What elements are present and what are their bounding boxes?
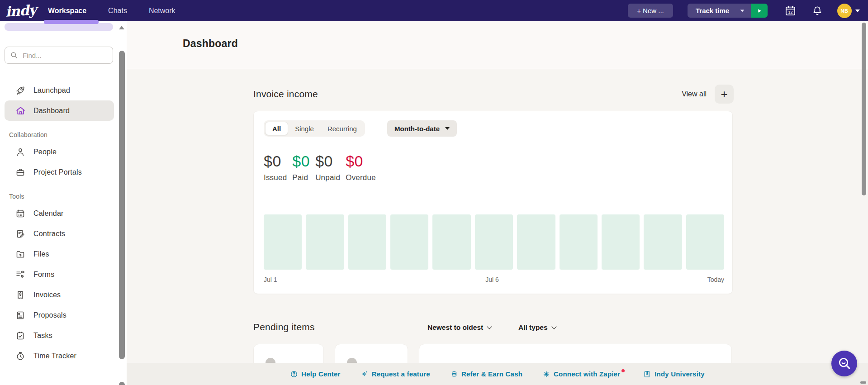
invoice-bar-chart xyxy=(264,214,724,270)
search-input[interactable] xyxy=(23,52,104,59)
type-filter-dropdown[interactable]: All types xyxy=(518,323,556,332)
invoice-tab-single[interactable]: Single xyxy=(288,122,321,135)
view-all-link[interactable]: View all xyxy=(682,90,707,98)
proposal-icon xyxy=(14,309,26,321)
period-selector[interactable]: Month-to-date xyxy=(387,120,457,137)
sort-dropdown[interactable]: Newest to oldest xyxy=(427,323,491,332)
sidebar-item-calendar[interactable]: Calendar xyxy=(5,203,114,223)
footer: Help CenterRequest a featureRefer & Earn… xyxy=(127,363,868,385)
stat-unpaid: $0 Unpaid xyxy=(315,153,340,182)
track-time-button[interactable]: Track time xyxy=(688,4,751,18)
invoice-stats: $0 Issued $0 Paid $0 Unpaid $0 Overdue xyxy=(264,153,376,182)
pending-items-header: Pending items Newest to oldest All types xyxy=(253,321,733,335)
sidebar-item-launchpad[interactable]: Launchpad xyxy=(5,80,114,100)
chevron-down-icon xyxy=(487,324,492,329)
invoice-icon xyxy=(14,289,26,301)
sidebar-item-tasks[interactable]: Tasks xyxy=(5,325,114,346)
nav-tab-chats[interactable]: Chats xyxy=(108,7,127,15)
home-icon xyxy=(14,105,26,117)
stat-value: $0 xyxy=(315,153,340,169)
footer-link-indy-university[interactable]: Indy University xyxy=(643,370,705,378)
sidebar-item-proposals[interactable]: Proposals xyxy=(5,305,114,325)
sidebar-item-label: Invoices xyxy=(33,291,61,299)
sidebar-scrollbar[interactable] xyxy=(119,21,125,385)
sparkle-icon xyxy=(360,370,369,378)
chart-bar xyxy=(432,214,470,270)
main-scrollbar-thumb[interactable] xyxy=(862,23,866,195)
track-time-label: Track time xyxy=(696,7,729,14)
page-header: Dashboard xyxy=(127,21,868,69)
sidebar: LaunchpadDashboardCollaborationPeoplePro… xyxy=(0,21,127,385)
forms-icon xyxy=(14,269,26,280)
x-label-end: Today xyxy=(707,276,724,283)
sidebar-item-label: People xyxy=(33,148,57,156)
nav-tab-network[interactable]: Network xyxy=(149,7,175,15)
calendar-icon xyxy=(14,208,26,219)
nav-tab-workspace[interactable]: Workspace xyxy=(48,7,86,15)
x-label-start: Jul 1 xyxy=(264,276,277,283)
chart-bar xyxy=(475,214,513,270)
stat-issued: $0 Issued xyxy=(264,153,287,182)
footer-link-refer-earn-cash[interactable]: Refer & Earn Cash xyxy=(450,370,522,378)
stat-label: Overdue xyxy=(346,173,376,182)
sidebar-item-people[interactable]: People xyxy=(5,142,114,162)
sidebar-search[interactable] xyxy=(5,47,113,64)
stat-overdue: $0 Overdue xyxy=(346,153,376,182)
chevron-down-icon xyxy=(445,127,450,130)
new-button[interactable]: + New ... xyxy=(628,4,673,18)
book-icon xyxy=(643,370,651,378)
stat-value: $0 xyxy=(264,153,287,169)
notifications-button[interactable] xyxy=(811,5,824,17)
sidebar-item-label: Dashboard xyxy=(33,107,70,115)
sidebar-item-dashboard[interactable]: Dashboard xyxy=(5,100,114,121)
tasks-icon xyxy=(14,330,26,342)
sidebar-scrollbar-thumb[interactable] xyxy=(119,51,125,359)
sort-label: Newest to oldest xyxy=(427,323,483,332)
invoice-income-card: AllSingleRecurring Month-to-date $0 Issu… xyxy=(253,111,733,294)
calendar-nav-icon: 12 xyxy=(784,5,797,17)
active-tab-indicator xyxy=(44,20,99,24)
stat-label: Paid xyxy=(292,173,310,182)
calendar-nav-button[interactable]: 12 xyxy=(784,5,797,17)
chart-x-labels: Jul 1 Jul 6 Today xyxy=(264,276,724,283)
avatar[interactable]: NB xyxy=(837,4,852,18)
play-button[interactable] xyxy=(751,4,768,18)
sidebar-nav: LaunchpadDashboardCollaborationPeoplePro… xyxy=(0,80,117,366)
invoice-tab-all[interactable]: All xyxy=(265,122,288,135)
sidebar-item-files[interactable]: Files xyxy=(5,244,114,264)
sidebar-item-label: Contracts xyxy=(33,230,65,238)
play-icon xyxy=(756,7,763,14)
invoice-type-tabs: AllSingleRecurring xyxy=(264,120,365,137)
sidebar-item-time-tracker[interactable]: Time Tracker xyxy=(5,346,114,366)
stat-paid: $0 Paid xyxy=(292,153,310,182)
main-content: Dashboard Invoice income View all + AllS… xyxy=(127,21,868,385)
sidebar-item-label: Project Portals xyxy=(33,168,82,176)
sidebar-scrollbar-foot xyxy=(119,382,125,385)
footer-link-connect-with-zapier[interactable]: Connect with Zapier xyxy=(542,370,623,378)
search-fab[interactable] xyxy=(831,351,857,376)
chevron-down-icon xyxy=(551,324,556,329)
chart-bar xyxy=(390,214,428,270)
sidebar-item-forms[interactable]: Forms xyxy=(5,264,114,285)
invoice-tab-recurring[interactable]: Recurring xyxy=(321,122,364,135)
top-navbar: indy WorkspaceChatsNetwork + New ... Tra… xyxy=(0,0,868,21)
indy-logo[interactable]: indy xyxy=(5,1,40,19)
footer-link-request-a-feature[interactable]: Request a feature xyxy=(360,370,430,378)
sidebar-item-contracts[interactable]: Contracts xyxy=(5,223,114,244)
sidebar-item-label: Forms xyxy=(33,271,54,279)
stat-value: $0 xyxy=(346,153,376,169)
sidebar-section-collaboration: Collaboration xyxy=(0,128,117,142)
stat-label: Issued xyxy=(264,173,287,182)
footer-link-help-center[interactable]: Help Center xyxy=(290,370,340,378)
invoice-income-header: Invoice income View all + xyxy=(253,84,734,104)
scrollbar-up-arrow-icon[interactable] xyxy=(119,26,124,29)
sidebar-item-invoices[interactable]: Invoices xyxy=(5,285,114,305)
sidebar-item-project-portals[interactable]: Project Portals xyxy=(5,162,114,182)
sidebar-item-label: Files xyxy=(33,250,49,258)
add-invoice-button[interactable]: + xyxy=(715,85,734,104)
account-chevron-icon[interactable] xyxy=(855,10,860,12)
chart-bar xyxy=(560,214,598,270)
footer-link-label: Request a feature xyxy=(372,370,430,378)
contract-icon xyxy=(14,228,26,240)
sidebar-item-label: Proposals xyxy=(33,311,66,319)
